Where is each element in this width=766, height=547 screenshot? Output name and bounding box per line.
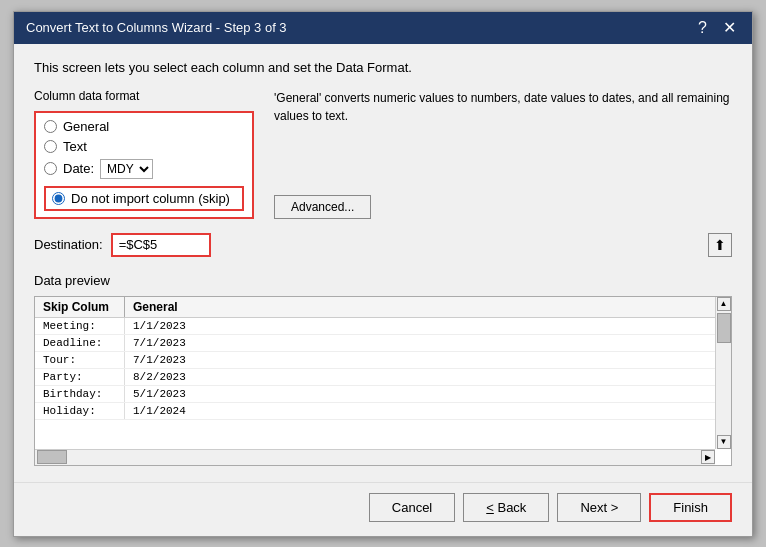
radio-general-label: General: [63, 119, 109, 134]
preview-cell: Birthday:: [35, 386, 125, 402]
destination-arrow-button[interactable]: ⬆: [708, 233, 732, 257]
preview-cell: Tour:: [35, 352, 125, 368]
next-button[interactable]: Next >: [557, 493, 641, 522]
preview-cell: Party:: [35, 369, 125, 385]
advanced-button[interactable]: Advanced...: [274, 195, 371, 219]
scroll-thumb-vertical[interactable]: [717, 313, 731, 343]
preview-cell: 1/1/2023: [125, 318, 731, 334]
radio-date-input[interactable]: [44, 162, 57, 175]
radio-text-label: Text: [63, 139, 87, 154]
finish-button[interactable]: Finish: [649, 493, 732, 522]
scroll-thumb-horizontal[interactable]: [37, 450, 67, 464]
left-panel: Column data format General Text: [34, 89, 254, 219]
preview-col-header-general: General: [125, 297, 731, 317]
scroll-down-arrow[interactable]: ▼: [717, 435, 731, 449]
title-controls: ? ✕: [694, 20, 740, 36]
radio-skip-input[interactable]: [52, 192, 65, 205]
radio-skip-label: Do not import column (skip): [71, 191, 230, 206]
main-dialog: Convert Text to Columns Wizard - Step 3 …: [13, 11, 753, 537]
destination-input[interactable]: [111, 233, 211, 257]
main-content: Column data format General Text: [34, 89, 732, 219]
preview-body: Meeting: 1/1/2023 Deadline: 7/1/2023 Tou…: [35, 318, 731, 465]
horizontal-scrollbar[interactable]: ▶: [35, 449, 715, 465]
dialog-title: Convert Text to Columns Wizard - Step 3 …: [26, 20, 287, 35]
data-preview-label: Data preview: [34, 273, 732, 288]
destination-input-wrap: ⬆: [111, 233, 732, 257]
radio-text[interactable]: Text: [44, 139, 244, 154]
destination-row: Destination: ⬆: [34, 233, 732, 257]
preview-cell: 7/1/2023: [125, 335, 731, 351]
scroll-right-arrow[interactable]: ▶: [701, 450, 715, 464]
radio-text-input[interactable]: [44, 140, 57, 153]
table-row: Party: 8/2/2023: [35, 369, 731, 386]
vertical-scrollbar[interactable]: ▲ ▼: [715, 297, 731, 449]
back-icon: <: [486, 500, 494, 515]
column-format-label: Column data format: [34, 89, 254, 103]
format-group: General Text Date: MDY: [34, 111, 254, 219]
table-row: Deadline: 7/1/2023: [35, 335, 731, 352]
destination-label: Destination:: [34, 237, 103, 252]
radio-general-input[interactable]: [44, 120, 57, 133]
table-row: Holiday: 1/1/2024: [35, 403, 731, 420]
table-row: Birthday: 5/1/2023: [35, 386, 731, 403]
help-button[interactable]: ?: [694, 20, 711, 36]
radio-rows: General Text Date: MDY: [44, 119, 244, 211]
date-format-select[interactable]: MDY DMY YMD: [100, 159, 153, 179]
preview-cell: Meeting:: [35, 318, 125, 334]
table-row: Tour: 7/1/2023: [35, 352, 731, 369]
back-label: Back: [497, 500, 526, 515]
cancel-button[interactable]: Cancel: [369, 493, 455, 522]
back-button[interactable]: < Back: [463, 493, 549, 522]
description-text: This screen lets you select each column …: [34, 60, 732, 75]
radio-date-label: Date:: [63, 161, 94, 176]
preview-cell: Holiday:: [35, 403, 125, 419]
preview-header: Skip Colum General: [35, 297, 731, 318]
close-button[interactable]: ✕: [719, 20, 740, 36]
preview-cell: 1/1/2024: [125, 403, 731, 419]
dialog-footer: Cancel < Back Next > Finish: [14, 482, 752, 536]
preview-cell: 8/2/2023: [125, 369, 731, 385]
preview-cell: 7/1/2023: [125, 352, 731, 368]
radio-skip-row[interactable]: Do not import column (skip): [44, 186, 244, 211]
preview-col-header-skip: Skip Colum: [35, 297, 125, 317]
next-label: Next >: [580, 500, 618, 515]
radio-general[interactable]: General: [44, 119, 244, 134]
title-bar: Convert Text to Columns Wizard - Step 3 …: [14, 12, 752, 44]
radio-date-row[interactable]: Date: MDY DMY YMD: [44, 159, 244, 179]
right-panel: 'General' converts numeric values to num…: [274, 89, 732, 219]
preview-container: Skip Colum General Meeting: 1/1/2023 Dea…: [34, 296, 732, 466]
scroll-up-arrow[interactable]: ▲: [717, 297, 731, 311]
data-preview-section: Data preview Skip Colum General Meeting:…: [34, 273, 732, 466]
preview-cell: 5/1/2023: [125, 386, 731, 402]
dialog-body: This screen lets you select each column …: [14, 44, 752, 482]
preview-cell: Deadline:: [35, 335, 125, 351]
table-row: Meeting: 1/1/2023: [35, 318, 731, 335]
info-text: 'General' converts numeric values to num…: [274, 89, 732, 125]
